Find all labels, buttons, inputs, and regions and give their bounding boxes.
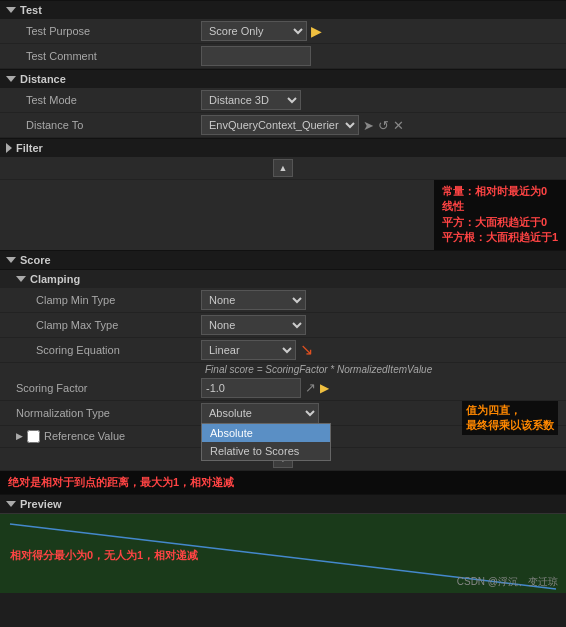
scoring-factor-expand-icon[interactable]: ↗ — [305, 380, 316, 395]
test-purpose-row: Test Purpose Score Only Filter Only Filt… — [0, 19, 566, 44]
distance-to-row: Distance To EnvQueryContext_Querier ➤ ↺ … — [0, 113, 566, 138]
normalization-select[interactable]: Absolute Relative to Scores — [201, 403, 319, 423]
annotation-text-mid: 绝对是相对于到点的距离，最大为1，相对递减 — [8, 475, 558, 490]
reference-row-inner: ▶ Reference Value — [6, 430, 125, 443]
test-mode-row: Test Mode Distance 3D Distance 2D Distan… — [0, 88, 566, 113]
clamping-section-label: Clamping — [30, 273, 80, 285]
scoring-factor-pin-icon[interactable]: ▶ — [320, 381, 329, 395]
test-mode-label: Test Mode — [6, 94, 201, 106]
filter-section-label: Filter — [16, 142, 43, 154]
clamp-min-content: None Specified Value Filter Threshold — [201, 290, 560, 310]
scoring-equation-row: Scoring Equation Linear Constant Square … — [0, 338, 566, 363]
distance-to-label: Distance To — [6, 119, 201, 131]
scoring-factor-row: Scoring Factor ↗ ▶ — [0, 376, 566, 401]
scoring-equation-label: Scoring Equation — [6, 344, 201, 356]
test-section-header[interactable]: Test — [0, 0, 566, 19]
annotation-box-top: 常量：相对时最近为0线性平方：大面积趋近于0平方根：大面积趋近于1 — [434, 180, 566, 250]
normalization-dropdown-popup: Absolute Relative to Scores — [201, 423, 331, 461]
distance-section-header[interactable]: Distance — [0, 69, 566, 88]
preview-area: 相对得分最小为0，无人为1，相对递减 CSDN @浮沉、变迁琼 — [0, 513, 566, 593]
csdn-label: CSDN @浮沉、变迁琼 — [457, 575, 558, 589]
test-comment-label: Test Comment — [6, 50, 201, 62]
clamp-max-row: Clamp Max Type None Specified Value Filt… — [0, 313, 566, 338]
filter-section-header[interactable]: Filter — [0, 138, 566, 157]
score-collapse-icon — [6, 257, 16, 263]
normalization-dropdown-wrapper: Absolute Relative to Scores Absolute Rel… — [201, 403, 319, 423]
reference-triangle-icon[interactable]: ▶ — [16, 431, 23, 441]
distance-section-label: Distance — [20, 73, 66, 85]
scroll-up-area: ▲ — [0, 157, 566, 180]
scoring-factor-content: ↗ ▶ — [201, 378, 329, 398]
test-mode-content: Distance 3D Distance 2D Distance Z — [201, 90, 560, 110]
scoring-factor-input[interactable] — [201, 378, 301, 398]
test-purpose-arrow-icon: ▶ — [311, 23, 322, 39]
preview-collapse-icon — [6, 501, 16, 507]
annotation-row: 常量：相对时最近为0线性平方：大面积趋近于0平方根：大面积趋近于1 — [0, 180, 566, 250]
reference-checkbox[interactable] — [27, 430, 40, 443]
test-comment-input[interactable] — [201, 46, 311, 66]
main-panel: Test Test Purpose Score Only Filter Only… — [0, 0, 566, 593]
clamp-max-label: Clamp Max Type — [6, 319, 201, 331]
annotation-area-top: 常量：相对时最近为0线性平方：大面积趋近于0平方根：大面积趋近于1 — [0, 180, 566, 250]
clamp-min-select[interactable]: None Specified Value Filter Threshold — [201, 290, 306, 310]
clamp-min-row: Clamp Min Type None Specified Value Filt… — [0, 288, 566, 313]
distance-to-arrow-icon[interactable]: ➤ — [363, 118, 374, 133]
preview-section-header[interactable]: Preview — [0, 494, 566, 513]
preview-section-label: Preview — [20, 498, 62, 510]
test-purpose-content: Score Only Filter Only Filter and Score … — [201, 21, 560, 41]
equation-arrow-icon: ↘ — [300, 340, 313, 359]
scoring-equation-content: Linear Constant Square InverseLinear Squ… — [201, 340, 560, 360]
clamping-collapse-icon — [16, 276, 26, 282]
filter-collapse-icon — [6, 143, 12, 153]
clamping-section-header[interactable]: Clamping — [0, 269, 566, 288]
test-purpose-select[interactable]: Score Only Filter Only Filter and Score — [201, 21, 307, 41]
clamp-max-content: None Specified Value Filter Threshold — [201, 315, 560, 335]
test-collapse-icon — [6, 7, 16, 13]
distance-to-close-icon[interactable]: ✕ — [393, 118, 404, 133]
annotation-mid-right: 值为四直，最终得乘以该系数 — [462, 401, 558, 435]
normalization-row: Normalization Type Absolute Relative to … — [0, 401, 566, 426]
preview-annotation: 相对得分最小为0，无人为1，相对递减 — [10, 548, 198, 563]
distance-to-refresh-icon[interactable]: ↺ — [378, 118, 389, 133]
test-comment-content — [201, 46, 560, 66]
reference-label: Reference Value — [44, 430, 125, 442]
dropdown-option-relative[interactable]: Relative to Scores — [202, 442, 330, 460]
distance-to-content: EnvQueryContext_Querier ➤ ↺ ✕ — [201, 115, 560, 135]
annotation-text-top: 常量：相对时最近为0线性平方：大面积趋近于0平方根：大面积趋近于1 — [442, 184, 558, 246]
scoring-equation-select[interactable]: Linear Constant Square InverseLinear Squ… — [201, 340, 296, 360]
annotation-box-mid: 绝对是相对于到点的距离，最大为1，相对递减 — [0, 471, 566, 494]
distance-collapse-icon — [6, 76, 16, 82]
scoring-factor-label: Scoring Factor — [6, 382, 201, 394]
score-section-label: Score — [20, 254, 51, 266]
score-section-header[interactable]: Score — [0, 250, 566, 269]
distance-to-select[interactable]: EnvQueryContext_Querier — [201, 115, 359, 135]
test-purpose-label: Test Purpose — [6, 25, 201, 37]
clamp-min-label: Clamp Min Type — [6, 294, 201, 306]
final-score-formula: Final score = ScoringFactor * Normalized… — [0, 363, 566, 376]
clamp-max-select[interactable]: None Specified Value Filter Threshold — [201, 315, 306, 335]
annotation-text-orange: 值为四直，最终得乘以该系数 — [466, 403, 554, 433]
scroll-up-button[interactable]: ▲ — [273, 159, 293, 177]
test-comment-row: Test Comment — [0, 44, 566, 69]
spacer-left — [0, 180, 434, 250]
dropdown-option-absolute[interactable]: Absolute — [202, 424, 330, 442]
normalization-content: Absolute Relative to Scores Absolute Rel… — [201, 403, 319, 423]
test-section-label: Test — [20, 4, 42, 16]
test-mode-select[interactable]: Distance 3D Distance 2D Distance Z — [201, 90, 301, 110]
normalization-label: Normalization Type — [6, 407, 201, 419]
